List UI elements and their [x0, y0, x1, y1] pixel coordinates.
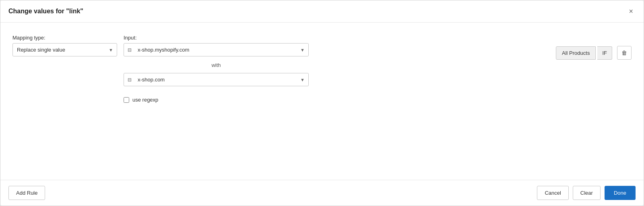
- clear-button[interactable]: Clear: [573, 186, 601, 200]
- input-field-group: Input: ⊟ x-shop.myshopify.com ▼: [124, 35, 309, 56]
- with-label: with: [124, 62, 309, 68]
- mapping-type-select[interactable]: Replace single value Replace multiple va…: [12, 43, 117, 56]
- close-button[interactable]: ×: [626, 7, 636, 16]
- footer-left: Add Rule: [8, 186, 45, 200]
- regexp-row: use regexp: [124, 97, 309, 103]
- mapping-type-group: Mapping type: Replace single value Repla…: [12, 35, 117, 56]
- regexp-checkbox[interactable]: [124, 97, 129, 103]
- mapping-type-label: Mapping type:: [12, 35, 117, 41]
- dialog: Change values for "link" × Mapping type:…: [0, 0, 644, 206]
- dialog-footer: Add Rule Cancel Clear Done: [0, 180, 644, 206]
- rule-row: Mapping type: Replace single value Repla…: [12, 35, 632, 103]
- with-wrapper: ⊟ x-shop.com ▼: [124, 73, 309, 86]
- middle-section: Input: ⊟ x-shop.myshopify.com ▼ with ⊟ x…: [124, 35, 309, 103]
- input-select[interactable]: x-shop.myshopify.com: [124, 43, 309, 56]
- footer-right: Cancel Clear Done: [537, 186, 636, 200]
- right-section: All Products IF 🗑: [315, 46, 632, 60]
- done-button[interactable]: Done: [605, 186, 636, 200]
- delete-button[interactable]: 🗑: [617, 46, 632, 60]
- all-products-button[interactable]: All Products: [556, 46, 596, 60]
- regexp-label: use regexp: [132, 97, 158, 103]
- dialog-title: Change values for "link": [8, 8, 83, 15]
- input-label: Input:: [124, 35, 309, 41]
- dialog-header: Change values for "link" ×: [0, 0, 644, 23]
- dialog-body: Mapping type: Replace single value Repla…: [0, 23, 644, 180]
- trash-icon: 🗑: [621, 50, 627, 56]
- if-button[interactable]: IF: [597, 46, 612, 60]
- input-wrapper: ⊟ x-shop.myshopify.com ▼: [124, 43, 309, 56]
- cancel-button[interactable]: Cancel: [537, 186, 568, 200]
- mapping-type-wrapper: Replace single value Replace multiple va…: [12, 43, 117, 56]
- with-select[interactable]: x-shop.com: [124, 73, 309, 86]
- add-rule-button[interactable]: Add Rule: [8, 186, 45, 200]
